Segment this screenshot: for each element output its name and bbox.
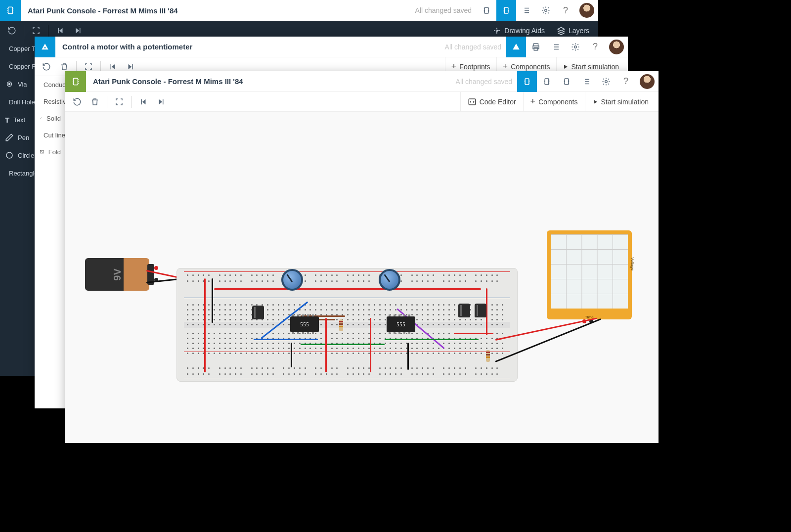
svg-point-4: [496, 30, 498, 31]
tool-solid[interactable]: Solid: [35, 110, 66, 127]
settings-icon[interactable]: [596, 71, 616, 92]
start-sim-label: Start simulation: [571, 63, 619, 71]
svg-rect-20: [525, 79, 529, 85]
view-pcb-icon[interactable]: [557, 71, 576, 92]
project-title[interactable]: Atari Punk Console - Forrest M Mims III …: [86, 77, 456, 86]
svg-rect-21: [545, 79, 549, 85]
component-battery-9v[interactable]: 9V: [85, 258, 149, 291]
tool-cut[interactable]: Cut line: [35, 127, 66, 143]
component-potentiometer[interactable]: [281, 269, 303, 291]
svg-point-7: [9, 84, 10, 85]
app-logo-breadboard[interactable]: [65, 71, 86, 92]
tool-pen[interactable]: Pen: [0, 129, 40, 146]
list-view-icon[interactable]: [516, 0, 536, 21]
layers-label: Layers: [569, 27, 589, 35]
component-oscilloscope[interactable]: Time Voltage: [547, 230, 632, 319]
svg-rect-2: [504, 7, 508, 13]
component-resistor[interactable]: [485, 347, 490, 365]
save-status: All changed saved: [445, 43, 501, 51]
settings-icon[interactable]: [536, 0, 556, 21]
tool-resistive[interactable]: Resistive: [35, 93, 66, 110]
canvas[interactable]: 9V: [65, 112, 659, 443]
footprints-label: Footprints: [459, 63, 490, 71]
skip-back-icon[interactable]: [134, 93, 152, 111]
print-icon[interactable]: [526, 37, 546, 57]
component-capacitor[interactable]: [458, 304, 470, 323]
wire-red[interactable]: [325, 318, 327, 372]
separator: [107, 96, 107, 108]
help-icon[interactable]: ?: [585, 37, 605, 57]
components-label: Components: [538, 98, 577, 106]
separator: [100, 61, 101, 73]
layers-button[interactable]: Layers: [551, 26, 595, 35]
wire-red[interactable]: [214, 288, 481, 290]
wire-red[interactable]: [454, 333, 493, 334]
view-breadboard-icon[interactable]: [517, 71, 537, 92]
project-title[interactable]: Control a motor with a potentiometer: [55, 43, 445, 51]
wire-red[interactable]: [370, 318, 371, 372]
wire-green[interactable]: [385, 339, 479, 340]
view-schematic-icon[interactable]: [537, 71, 557, 92]
svg-point-3: [545, 9, 547, 12]
user-avatar[interactable]: [640, 74, 655, 89]
left-toolbox: Copper Trace Copper Fill Via Drill Hole …: [0, 40, 40, 182]
project-title[interactable]: Atari Punk Console - Forrest M Mims III …: [21, 6, 415, 15]
tool-conductive[interactable]: Conductive: [35, 76, 66, 93]
undo-icon[interactable]: [68, 93, 86, 111]
left-toolbox: Conductive Resistive Solid Cut line Fold: [35, 76, 66, 160]
component-breadboard[interactable]: [176, 268, 518, 382]
tool-copper-fill[interactable]: Copper Fill: [0, 57, 40, 75]
component-ic-555[interactable]: 555: [290, 316, 319, 332]
tool-copper-trace[interactable]: Copper Trace: [0, 40, 40, 57]
svg-point-9: [6, 152, 12, 158]
start-sim-label: Start simulation: [601, 98, 649, 106]
wire-black[interactable]: [212, 278, 213, 323]
components-button[interactable]: +Components: [523, 92, 585, 112]
drawing-aids-button[interactable]: Drawing Aids: [486, 26, 551, 35]
wire-red[interactable]: [204, 278, 206, 372]
wire-blue[interactable]: [254, 339, 318, 340]
skip-forward-icon[interactable]: [152, 93, 170, 111]
wire-green[interactable]: [301, 344, 385, 345]
settings-icon[interactable]: [566, 37, 585, 57]
component-potentiometer[interactable]: [379, 269, 400, 291]
tool-drill[interactable]: Drill Hole: [0, 93, 40, 111]
view-ic-icon[interactable]: [477, 0, 496, 21]
delete-icon[interactable]: [86, 93, 104, 111]
undo-icon[interactable]: [3, 22, 21, 40]
app-logo-pcb[interactable]: [0, 0, 21, 21]
svg-point-23: [605, 80, 608, 83]
component-capacitor[interactable]: [252, 306, 264, 325]
svg-point-15: [574, 45, 577, 48]
list-view-icon[interactable]: [576, 71, 596, 92]
tool-via[interactable]: Via: [0, 75, 40, 93]
user-avatar[interactable]: [579, 3, 594, 18]
user-avatar[interactable]: [609, 40, 624, 54]
help-icon[interactable]: ?: [616, 71, 636, 92]
wire-black[interactable]: [291, 343, 292, 367]
svg-rect-0: [8, 7, 13, 14]
topbar: Atari Punk Console - Forrest M Mims III …: [0, 0, 598, 21]
tool-text[interactable]: TText: [0, 111, 40, 129]
undo-icon[interactable]: [38, 58, 55, 76]
drawing-aids-label: Drawing Aids: [504, 27, 545, 35]
component-ic-555[interactable]: 555: [387, 316, 415, 332]
component-resistor[interactable]: [339, 316, 344, 334]
tool-rect[interactable]: Rectangle: [0, 164, 40, 182]
component-capacitor[interactable]: [475, 304, 486, 323]
code-editor-button[interactable]: Code Editor: [460, 92, 523, 112]
view-schematic-icon[interactable]: [506, 37, 526, 57]
tool-circle[interactable]: Circle: [0, 146, 40, 164]
breadboard-editor-window: Atari Punk Console - Forrest M Mims III …: [65, 71, 659, 443]
view-pcb-icon[interactable]: [496, 0, 516, 21]
start-simulation-button[interactable]: Start simulation: [585, 92, 656, 112]
fit-icon[interactable]: [110, 93, 128, 111]
svg-rect-1: [484, 7, 488, 13]
secondary-toolbar: Code Editor +Components Start simulation: [65, 92, 659, 112]
app-logo-schematic[interactable]: [35, 37, 55, 57]
wire-black[interactable]: [407, 343, 409, 370]
list-view-icon[interactable]: [546, 37, 566, 57]
separator: [48, 25, 48, 37]
help-icon[interactable]: ?: [556, 0, 575, 21]
tool-fold[interactable]: Fold: [35, 143, 66, 160]
